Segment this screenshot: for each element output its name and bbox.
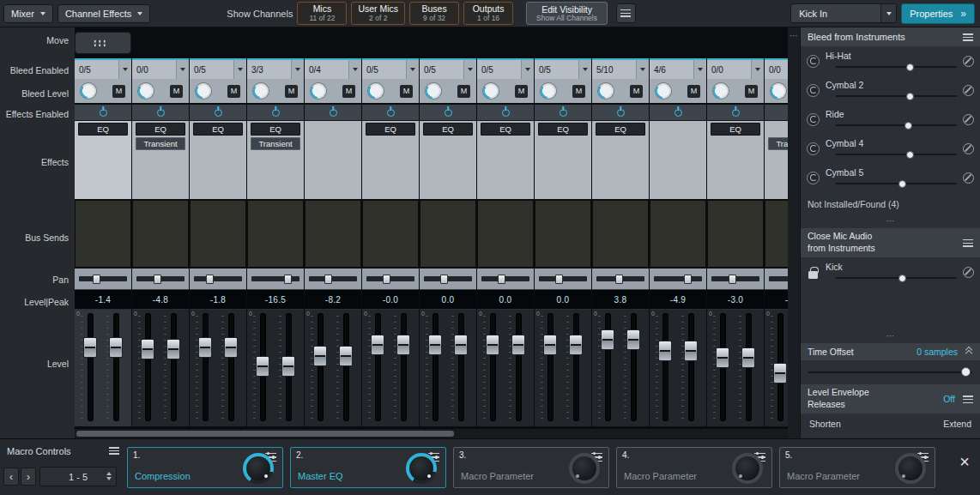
properties-button[interactable]: Properties » <box>901 3 975 24</box>
channel-select-dropdown[interactable]: Kick In <box>790 3 897 23</box>
bleed-enabled-dropdown[interactable]: 0/0 <box>765 58 788 79</box>
bleed-level-knob[interactable] <box>368 83 384 99</box>
pan-handle[interactable] <box>154 275 161 284</box>
bus-sends-cell[interactable] <box>592 199 649 269</box>
level-fader[interactable] <box>138 314 157 422</box>
macro-knob[interactable] <box>243 453 274 484</box>
bleed-enabled-dropdown[interactable]: 0/5 <box>190 58 246 79</box>
time-offset-slider[interactable] <box>808 360 972 384</box>
bus-sends-cell[interactable] <box>477 199 534 269</box>
slider-knob[interactable] <box>904 122 912 130</box>
filter-buses-button[interactable]: Buses 9 of 32 <box>409 2 459 25</box>
level-fader[interactable] <box>106 314 125 422</box>
effects-enabled-button[interactable] <box>477 105 534 121</box>
bleed-level-knob[interactable] <box>771 83 786 99</box>
fader-cap[interactable] <box>511 335 525 355</box>
bleed-level-knob[interactable] <box>426 83 441 99</box>
bleed-mute-button[interactable]: M <box>687 85 700 98</box>
chevron-down-icon[interactable] <box>118 60 131 79</box>
chevron-down-icon[interactable] <box>291 60 304 79</box>
bleed-source-icon[interactable] <box>807 55 820 68</box>
filter-mics-button[interactable]: Mics 11 of 22 <box>297 2 347 25</box>
close-mic-level-slider[interactable] <box>836 275 957 282</box>
fader-cap[interactable] <box>569 335 583 355</box>
hamburger-icon[interactable] <box>963 395 973 403</box>
bypass-icon[interactable] <box>963 143 974 154</box>
fader-cap[interactable] <box>339 346 353 366</box>
effects-enabled-button[interactable] <box>75 105 131 121</box>
effects-enabled-button[interactable] <box>592 105 649 121</box>
filter-user-mics-button[interactable]: User Mics 2 of 2 <box>351 2 405 25</box>
level-envelope-value[interactable]: Off <box>943 394 955 404</box>
level-fader[interactable] <box>566 314 585 422</box>
chevron-down-icon[interactable] <box>406 60 419 79</box>
bleed-enabled-dropdown[interactable]: 0/5 <box>535 58 591 79</box>
fader-cap[interactable] <box>313 346 327 366</box>
bleed-source-icon[interactable] <box>807 172 820 184</box>
filter-outputs-button[interactable]: Outputs 1 of 16 <box>463 2 513 25</box>
empty-effect-slot[interactable] <box>308 123 358 136</box>
slider-knob[interactable] <box>961 367 971 377</box>
level-fader[interactable] <box>426 314 445 422</box>
level-fader[interactable] <box>483 314 502 422</box>
bleed-level-knob[interactable] <box>253 83 269 99</box>
bypass-icon[interactable] <box>963 172 974 184</box>
fader-cap[interactable] <box>371 335 384 355</box>
pan-slider[interactable] <box>592 269 649 290</box>
bleed-enabled-dropdown[interactable]: 3/3 <box>247 58 304 79</box>
bleed-mute-button[interactable]: M <box>745 85 758 98</box>
pan-handle[interactable] <box>383 275 390 284</box>
fader-cap[interactable] <box>141 339 154 359</box>
bleed-mute-button[interactable]: M <box>342 85 355 98</box>
mixer-view-dropdown[interactable]: Mixer <box>3 4 53 23</box>
effect-eq-button[interactable]: EQ <box>538 123 588 136</box>
bleed-level-knob[interactable] <box>138 83 154 99</box>
macro-slot[interactable]: 4. Macro Parameter <box>616 447 772 488</box>
time-offset-value[interactable]: 0 samples <box>916 347 958 357</box>
bus-sends-cell[interactable] <box>75 199 131 269</box>
level-fader[interactable] <box>713 314 732 422</box>
chevron-down-icon[interactable] <box>751 60 764 79</box>
level-fader[interactable] <box>164 314 183 422</box>
level-fader[interactable] <box>624 314 643 422</box>
macro-knob[interactable] <box>732 453 763 484</box>
slider-knob[interactable] <box>906 63 914 71</box>
level-fader[interactable] <box>739 314 758 422</box>
collapse-icon[interactable] <box>964 347 973 357</box>
fader-cap[interactable] <box>454 335 468 355</box>
bleed-level-slider[interactable] <box>836 151 957 159</box>
fader-cap[interactable] <box>773 363 787 383</box>
bus-sends-cell[interactable] <box>650 199 706 269</box>
bleed-enabled-dropdown[interactable]: 5/10 <box>592 58 649 79</box>
pan-slider[interactable] <box>707 269 764 290</box>
effect-eq-button[interactable]: EQ <box>251 123 300 136</box>
bus-sends-cell[interactable] <box>190 199 246 269</box>
bleed-level-knob[interactable] <box>483 83 499 99</box>
fader-cap[interactable] <box>281 356 295 377</box>
pan-slider[interactable] <box>362 269 419 290</box>
shorten-label[interactable]: Shorten <box>809 419 841 429</box>
close-icon[interactable]: × <box>959 453 970 470</box>
bleed-source-icon[interactable] <box>807 142 820 155</box>
level-fader[interactable] <box>541 314 560 422</box>
fader-cap[interactable] <box>716 347 729 368</box>
fader-cap[interactable] <box>224 337 238 358</box>
effects-enabled-button[interactable] <box>247 105 304 121</box>
horizontal-scrollbar[interactable] <box>75 429 788 438</box>
pan-slider[interactable] <box>132 269 189 290</box>
slider-knob[interactable] <box>906 93 914 100</box>
macro-slot[interactable]: 2. Master EQ <box>290 447 446 488</box>
level-fader[interactable] <box>394 314 413 422</box>
bleed-source-icon[interactable] <box>807 84 820 97</box>
bus-sends-cell[interactable] <box>535 199 591 269</box>
bleed-mute-button[interactable]: M <box>112 85 125 98</box>
bus-sends-cell[interactable]: R <box>765 199 788 269</box>
bus-sends-cell[interactable] <box>707 199 764 269</box>
pan-slider[interactable] <box>190 269 246 290</box>
bleed-enabled-dropdown[interactable]: 0/5 <box>75 58 131 79</box>
slider-knob[interactable] <box>898 275 906 282</box>
section-separator[interactable]: ⋯ <box>801 216 980 228</box>
effects-enabled-button[interactable] <box>190 105 246 121</box>
level-fader[interactable] <box>451 314 470 422</box>
pan-slider[interactable] <box>420 269 476 290</box>
